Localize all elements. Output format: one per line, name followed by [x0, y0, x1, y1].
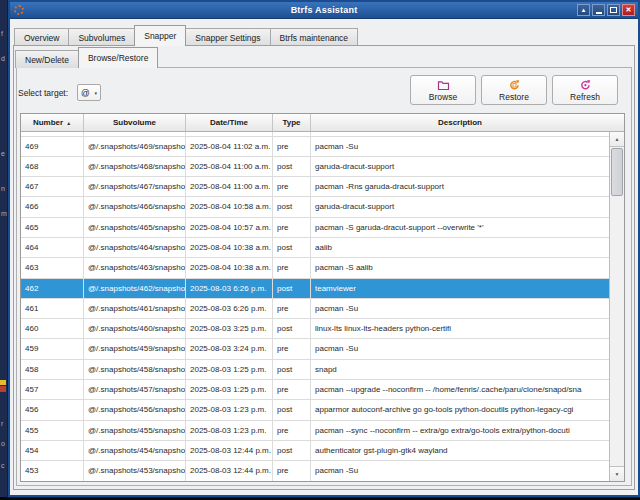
- app-window: Btrfs Assistant ▲ ✕ Overview Subvolumes …: [8, 0, 640, 497]
- vertical-scrollbar[interactable]: ▲ ▼: [609, 132, 624, 481]
- cell-datetime: 2025-08-04 11:02 a.m.: [186, 137, 273, 156]
- cell-datetime: 2025-08-03 1:25 p.m.: [186, 380, 273, 399]
- table-row[interactable]: 453@/.snapshots/453/snapshot2025-08-03 1…: [21, 461, 609, 481]
- cell-datetime: 2025-08-04 10:38 a.m.: [186, 238, 273, 257]
- cell-type: post: [273, 279, 311, 298]
- table-row[interactable]: 469@/.snapshots/469/snapshot2025-08-04 1…: [21, 137, 609, 157]
- cell-subvolume: @/.snapshots/467/snapshot: [84, 177, 186, 196]
- action-buttons: Browse Restore Refresh: [410, 75, 618, 105]
- desktop-text-fragment: m: [1, 210, 7, 217]
- subtab-new-delete[interactable]: New/Delete: [15, 50, 79, 68]
- tab-btrfs-maintenance[interactable]: Btrfs maintenance: [270, 28, 359, 46]
- column-header-subvolume[interactable]: Subvolume: [84, 114, 186, 131]
- table-row[interactable]: 462@/.snapshots/462/snapshot2025-08-03 6…: [21, 279, 609, 299]
- column-header-datetime[interactable]: Date/Time: [186, 114, 273, 131]
- desktop-text-fragment: c: [1, 462, 5, 469]
- cell-description: linux-lts linux-lts-headers python-certi…: [311, 319, 609, 338]
- cell-number: 461: [21, 299, 84, 318]
- cell-subvolume: @/.snapshots/462/snapshot: [84, 279, 186, 298]
- cell-type: post: [273, 360, 311, 379]
- cell-subvolume: @/.snapshots/469/snapshot: [84, 137, 186, 156]
- cell-datetime: 2025-08-04 11:00 a.m.: [186, 157, 273, 176]
- cell-datetime: 2025-08-03 1:23 p.m.: [186, 400, 273, 419]
- restore-icon: [508, 79, 521, 91]
- minimize-icon: [596, 12, 602, 14]
- cell-datetime: 2025-08-03 1:23 p.m.: [186, 421, 273, 440]
- tab-snapper[interactable]: Snapper: [134, 25, 186, 46]
- scrollbar-thumb[interactable]: [611, 148, 623, 196]
- table-row[interactable]: 467@/.snapshots/467/snapshot2025-08-04 1…: [21, 177, 609, 197]
- browse-button[interactable]: Browse: [410, 75, 476, 105]
- table-body: 470@/.snapshots/470/snapshot2025-08-04 1…: [21, 132, 624, 481]
- table-row[interactable]: 459@/.snapshots/459/snapshot2025-08-03 3…: [21, 339, 609, 359]
- desktop-text-fragment: r: [1, 420, 3, 427]
- table-row[interactable]: 454@/.snapshots/454/snapshot2025-08-03 1…: [21, 441, 609, 461]
- cell-type: post: [273, 400, 311, 419]
- cell-subvolume: @/.snapshots/461/snapshot: [84, 299, 186, 318]
- table-row[interactable]: 464@/.snapshots/464/snapshot2025-08-04 1…: [21, 238, 609, 258]
- cell-description: pacman -Su: [311, 137, 609, 156]
- cell-subvolume: @/.snapshots/459/snapshot: [84, 339, 186, 358]
- subtab-browse-restore[interactable]: Browse/Restore: [78, 47, 158, 68]
- table-row[interactable]: 456@/.snapshots/456/snapshot2025-08-03 1…: [21, 400, 609, 420]
- desktop-text-fragment: n: [1, 185, 5, 192]
- cell-number: 466: [21, 197, 84, 216]
- table-row[interactable]: 461@/.snapshots/461/snapshot2025-08-03 6…: [21, 299, 609, 319]
- select-target-label: Select target:: [18, 88, 68, 98]
- tab-snapper-settings[interactable]: Snapper Settings: [185, 28, 270, 46]
- cell-type: pre: [273, 380, 311, 399]
- cell-type: pre: [273, 461, 311, 480]
- refresh-icon: [579, 79, 592, 91]
- cell-type: pre: [273, 258, 311, 277]
- cell-datetime: 2025-08-04 10:57 a.m.: [186, 218, 273, 237]
- sort-ascending-icon: ▲: [66, 120, 71, 126]
- cell-datetime: 2025-08-03 6:26 p.m.: [186, 299, 273, 318]
- table-row[interactable]: 468@/.snapshots/468/snapshot2025-08-04 1…: [21, 157, 609, 177]
- column-header-description[interactable]: Description: [311, 114, 609, 131]
- maximize-button[interactable]: [607, 4, 620, 16]
- cell-type: pre: [273, 177, 311, 196]
- scroll-up-button[interactable]: ▲: [610, 132, 624, 147]
- desktop-text-fragment: d: [1, 55, 5, 62]
- cell-datetime: 2025-08-03 3:25 p.m.: [186, 319, 273, 338]
- cell-type: post: [273, 197, 311, 216]
- cell-description: garuda-dracut-support: [311, 197, 609, 216]
- table-row[interactable]: 460@/.snapshots/460/snapshot2025-08-03 3…: [21, 319, 609, 339]
- table-row[interactable]: 458@/.snapshots/458/snapshot2025-08-03 1…: [21, 360, 609, 380]
- cell-subvolume: @/.snapshots/465/snapshot: [84, 218, 186, 237]
- cell-number: 457: [21, 380, 84, 399]
- tab-overview[interactable]: Overview: [14, 28, 69, 46]
- maximize-icon: [610, 7, 617, 13]
- column-header-type[interactable]: Type: [273, 114, 311, 131]
- column-header-number[interactable]: Number ▲: [21, 114, 84, 131]
- cell-datetime: 2025-08-03 12:44 p.m.: [186, 461, 273, 480]
- titlebar[interactable]: Btrfs Assistant ▲ ✕: [10, 2, 638, 19]
- cell-type: pre: [273, 137, 311, 156]
- table-row[interactable]: 457@/.snapshots/457/snapshot2025-08-03 1…: [21, 380, 609, 400]
- tab-subvolumes[interactable]: Subvolumes: [68, 28, 135, 46]
- shade-button[interactable]: ▲: [577, 4, 590, 16]
- cell-number: 456: [21, 400, 84, 419]
- close-button[interactable]: ✕: [622, 4, 635, 16]
- cell-subvolume: @/.snapshots/460/snapshot: [84, 319, 186, 338]
- desktop-text-fragment: f: [1, 30, 3, 37]
- cell-subvolume: @/.snapshots/458/snapshot: [84, 360, 186, 379]
- cell-type: post: [273, 238, 311, 257]
- cell-type: post: [273, 157, 311, 176]
- restore-button[interactable]: Restore: [481, 75, 547, 105]
- table-row[interactable]: 455@/.snapshots/455/snapshot2025-08-03 1…: [21, 421, 609, 441]
- cell-description: [311, 132, 609, 136]
- table-row[interactable]: 466@/.snapshots/466/snapshot2025-08-04 1…: [21, 197, 609, 217]
- desktop-text-fragment: e: [1, 150, 5, 157]
- cell-number: 467: [21, 177, 84, 196]
- refresh-button[interactable]: Refresh: [552, 75, 618, 105]
- table-row[interactable]: 465@/.snapshots/465/snapshot2025-08-04 1…: [21, 218, 609, 238]
- target-combobox[interactable]: @ ▾: [77, 84, 101, 101]
- scroll-down-button[interactable]: ▼: [610, 466, 624, 481]
- cell-datetime: 2025-08-03 3:24 p.m.: [186, 339, 273, 358]
- table-row[interactable]: 463@/.snapshots/463/snapshot2025-08-04 1…: [21, 258, 609, 278]
- cell-description: snapd: [311, 360, 609, 379]
- minimize-button[interactable]: [592, 4, 605, 16]
- cell-type: pre: [273, 421, 311, 440]
- cell-number: 459: [21, 339, 84, 358]
